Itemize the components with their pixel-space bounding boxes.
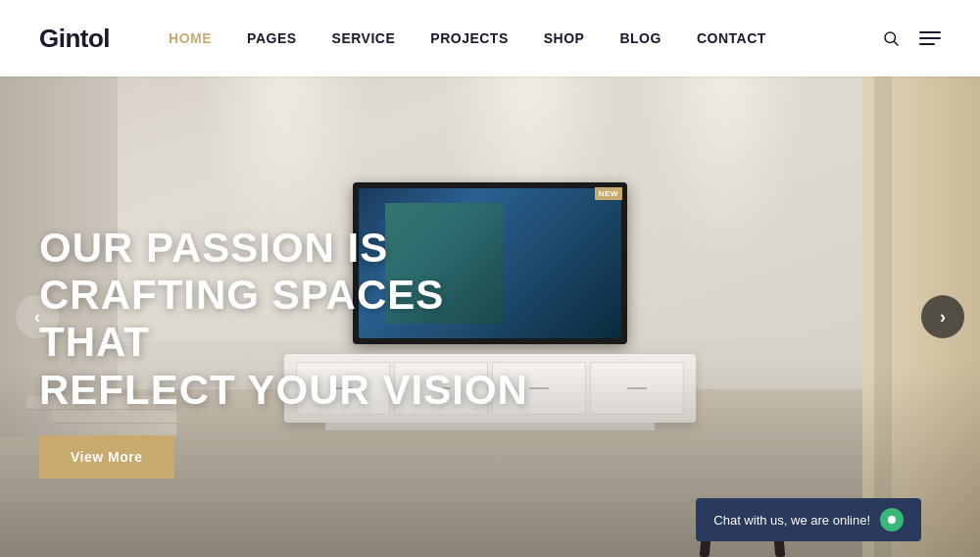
search-icon: [882, 29, 900, 47]
nav-blog[interactable]: BLOG: [619, 30, 661, 46]
hamburger-line-3: [919, 43, 935, 45]
nav-pages[interactable]: PAGES: [247, 30, 296, 46]
hero-title-line3: REFLECT YOUR VISION: [39, 367, 528, 413]
nav-service[interactable]: SERVICE: [332, 30, 396, 46]
nav-projects[interactable]: PROJECTS: [430, 30, 508, 46]
search-button[interactable]: [882, 29, 900, 47]
hero-cta-button[interactable]: View More: [39, 435, 174, 479]
hero-title: OUR PASSION IS CRAFTING SPACES THAT REFL…: [39, 225, 529, 414]
slider-prev-button[interactable]: ‹: [16, 295, 59, 338]
chevron-left-icon: ‹: [34, 307, 40, 328]
spotlight-3: [637, 76, 813, 273]
nav-contact[interactable]: CONTACT: [697, 30, 766, 46]
slider-next-button[interactable]: ›: [921, 295, 964, 338]
chat-widget[interactable]: Chat with us, we are online!: [696, 498, 921, 541]
hamburger-line-2: [919, 37, 941, 39]
chevron-right-icon: ›: [940, 307, 946, 328]
nav-shop[interactable]: SHOP: [544, 30, 585, 46]
header-actions: [882, 29, 941, 47]
hero-section: NEW: [0, 76, 980, 557]
chat-text: Chat with us, we are online!: [713, 513, 870, 528]
nav-home[interactable]: HOME: [169, 30, 212, 46]
hero-text-block: OUR PASSION IS CRAFTING SPACES THAT REFL…: [39, 225, 529, 479]
hamburger-line-1: [919, 31, 941, 33]
hero-title-line2: CRAFTING SPACES THAT: [39, 272, 444, 365]
site-header: Gintol HOME PAGES SERVICE PROJECTS SHOP …: [0, 0, 980, 76]
tv-new-badge: NEW: [595, 187, 622, 200]
svg-point-0: [885, 32, 896, 43]
site-logo[interactable]: Gintol: [39, 24, 110, 54]
menu-hamburger[interactable]: [919, 31, 941, 45]
svg-line-1: [894, 41, 898, 45]
main-nav: HOME PAGES SERVICE PROJECTS SHOP BLOG CO…: [169, 30, 882, 46]
hero-title-line1: OUR PASSION IS: [39, 225, 388, 271]
chat-online-dot: [880, 508, 904, 532]
